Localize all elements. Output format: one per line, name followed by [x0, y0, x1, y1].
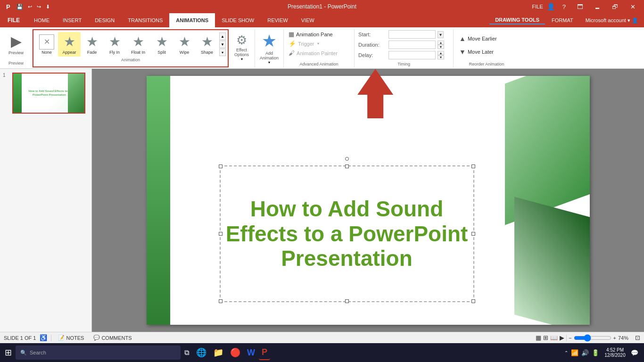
duration-down-button[interactable]: ▼: [438, 45, 444, 49]
scroll-down-button[interactable]: ▼: [219, 41, 226, 48]
notification-icon[interactable]: 💬: [631, 349, 638, 356]
clock-time: 4:52 PM: [602, 347, 628, 353]
delay-input[interactable]: [388, 51, 436, 59]
anim-split-button[interactable]: ★ Split: [150, 32, 173, 57]
tab-insert[interactable]: INSERT: [56, 13, 88, 27]
edge-app[interactable]: 🌐: [193, 346, 209, 360]
trigger-icon: ⚡: [289, 40, 296, 47]
word-app[interactable]: W: [244, 346, 258, 360]
save-icon[interactable]: 💾: [15, 3, 25, 11]
fit-slide-icon[interactable]: ⊡: [635, 334, 640, 341]
drawing-tools-tab[interactable]: DRAWING TOOLS: [489, 16, 545, 25]
handle-middle-right[interactable]: [471, 232, 475, 236]
reading-view-icon[interactable]: 📖: [550, 334, 558, 341]
slide-sorter-icon[interactable]: ⊞: [543, 334, 548, 341]
zoom-slider[interactable]: [574, 335, 611, 341]
add-animation-button[interactable]: ★ AddAnimation ▾: [260, 31, 279, 66]
slideshow-icon[interactable]: ▶: [560, 334, 564, 341]
slide-title-text: How to Add Sound Effects to a PowerPoint…: [221, 192, 473, 276]
tab-home[interactable]: HOME: [27, 13, 56, 27]
clock[interactable]: 4:52 PM 12/8/2020: [602, 347, 628, 358]
tab-transitions[interactable]: TRANSITIONS: [121, 13, 169, 27]
help-button[interactable]: ?: [559, 2, 570, 11]
tab-slideshow[interactable]: SLIDE SHOW: [215, 13, 261, 27]
anim-appear-button[interactable]: ★ Appear: [58, 32, 81, 57]
handle-top-left[interactable]: [219, 165, 223, 168]
duration-up-button[interactable]: ▲: [438, 41, 444, 45]
delay-up-button[interactable]: ▲: [438, 51, 444, 55]
maximize-button[interactable]: 🗗: [608, 2, 622, 11]
chrome-icon: 🔴: [230, 348, 240, 357]
start-input[interactable]: [388, 30, 436, 39]
anim-none-label: None: [41, 50, 52, 55]
start-dropdown-icon[interactable]: ▾: [438, 31, 444, 38]
duration-input[interactable]: [388, 41, 436, 49]
search-bar[interactable]: 🔍 Search: [16, 346, 181, 360]
tab-animations[interactable]: ANIMATIONS: [169, 13, 215, 27]
trigger-button[interactable]: ⚡ Trigger ▾: [288, 40, 350, 48]
anim-wipe-button[interactable]: ★ Wipe: [173, 32, 196, 57]
anim-fade-button[interactable]: ★ Fade: [81, 32, 103, 57]
thumb-green-right: [68, 74, 84, 113]
handle-bottom-left[interactable]: [219, 299, 223, 303]
minimize-button[interactable]: 🗕: [591, 2, 604, 11]
volume-icon[interactable]: 🔊: [581, 349, 589, 356]
anim-shape-button[interactable]: ★ Shape: [196, 32, 218, 57]
zoom-in-icon[interactable]: +: [613, 335, 616, 341]
account-area[interactable]: Microsoft account ▾ 👤: [580, 17, 644, 24]
customize-icon[interactable]: ⬇: [44, 3, 52, 11]
tab-view[interactable]: VIEW: [295, 13, 321, 27]
tab-review[interactable]: REVIEW: [261, 13, 294, 27]
powerpoint-logo-icon[interactable]: P: [4, 3, 13, 11]
handle-middle-left[interactable]: [219, 232, 223, 236]
accessibility-icon[interactable]: ♿: [40, 334, 47, 341]
red-arrow-container: [357, 69, 393, 118]
chrome-app[interactable]: 🔴: [227, 346, 243, 360]
undo-icon[interactable]: ↩: [26, 3, 34, 11]
battery-icon[interactable]: 🔋: [592, 349, 599, 356]
animation-pane-button[interactable]: ▦ Animation Pane: [288, 30, 350, 38]
move-earlier-button[interactable]: ▲ Move Earlier: [457, 34, 516, 43]
file-explorer-app[interactable]: 📁: [210, 346, 226, 360]
slide-right-decoration: [486, 76, 590, 325]
task-view-button[interactable]: ⧉: [182, 346, 192, 359]
tab-format[interactable]: FORMAT: [545, 13, 580, 27]
slide-text-box[interactable]: How to Add Sound Effects to a PowerPoint…: [220, 165, 474, 302]
chevron-up-icon[interactable]: ⌃: [564, 350, 568, 355]
comments-button[interactable]: 💬 COMMENTS: [91, 335, 134, 341]
handle-bottom-center[interactable]: [345, 299, 349, 303]
tab-file[interactable]: FILE: [0, 13, 27, 27]
zoom-out-icon[interactable]: −: [569, 335, 571, 341]
tab-design[interactable]: DESIGN: [88, 13, 121, 27]
more-animations-button[interactable]: ▾: [219, 49, 226, 56]
start-button[interactable]: ⊞: [2, 346, 15, 360]
status-divider-1: [51, 335, 51, 341]
handle-rotate[interactable]: [345, 157, 349, 161]
reorder-items: ▲ Move Earlier ▼ Move Later: [457, 30, 516, 61]
notes-button[interactable]: 📝 NOTES: [55, 335, 87, 341]
redo-icon[interactable]: ↪: [35, 3, 43, 11]
effect-options-button[interactable]: ⚙ EffectOptions ▾: [232, 31, 251, 66]
animation-painter-button[interactable]: 🖌 Animation Painter: [288, 49, 350, 57]
powerpoint-app[interactable]: P: [259, 346, 270, 360]
slide-thumbnail-1[interactable]: 1 How to Add Sound Effects to a PowerPoi…: [3, 73, 89, 114]
anim-flyin-button[interactable]: ★ Fly In: [103, 32, 126, 57]
handle-top-center[interactable]: [345, 165, 349, 168]
account-label[interactable]: FILE: [532, 4, 543, 9]
timing-group-label: Timing: [358, 61, 449, 66]
zoom-level[interactable]: 74%: [618, 335, 633, 341]
anim-floatin-button[interactable]: ★ Float In: [126, 32, 150, 57]
anim-none-button[interactable]: ✕ None: [35, 33, 58, 57]
handle-bottom-right[interactable]: [471, 299, 475, 303]
normal-view-icon[interactable]: ▦: [536, 334, 541, 341]
close-button[interactable]: ✕: [626, 2, 640, 11]
network-icon[interactable]: 📶: [571, 349, 578, 356]
move-later-button[interactable]: ▼ Move Later: [457, 47, 516, 57]
ribbon-options-button[interactable]: 🗖: [573, 2, 587, 11]
delay-down-button[interactable]: ▼: [438, 55, 444, 59]
notes-icon: 📝: [58, 335, 65, 341]
preview-button[interactable]: ▶ Preview: [5, 31, 27, 57]
person-icon: 👤: [547, 3, 555, 10]
scroll-up-button[interactable]: ▲: [219, 33, 226, 40]
handle-top-right[interactable]: [471, 165, 475, 168]
